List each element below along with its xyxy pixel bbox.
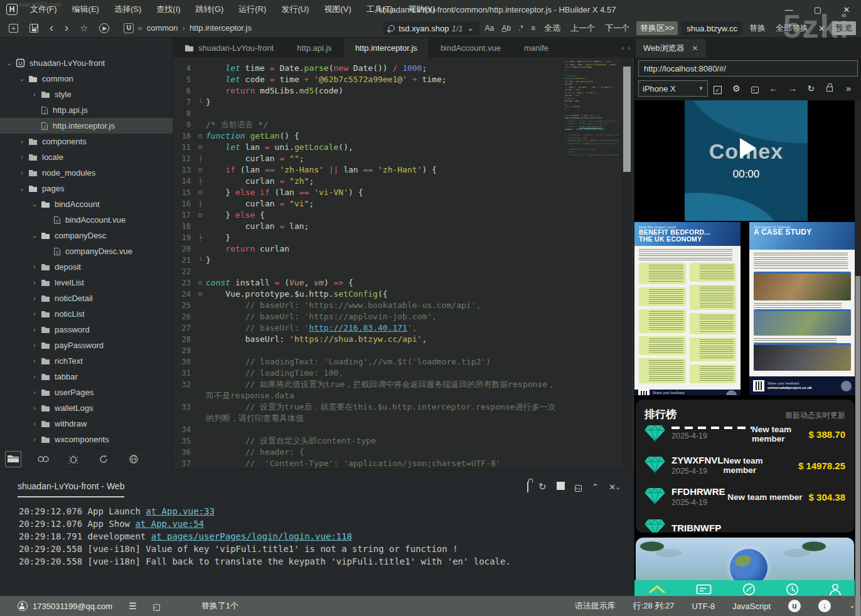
code-editor[interactable]: 4 let time = Date.parse(new Date()) / 10… — [173, 58, 565, 469]
console-source-link[interactable]: at App.vue:33 — [146, 506, 215, 516]
tree-item-node_modules[interactable]: ›node_modules — [0, 165, 173, 181]
breadcrumb-collapse-icon[interactable]: « — [137, 23, 142, 33]
editor-tab-bindAccount.vue[interactable]: bindAccount.vue — [429, 38, 513, 58]
network-view-icon[interactable] — [126, 451, 142, 467]
tree-item-payPassword[interactable]: ›payPassword — [0, 337, 173, 353]
browser-back-icon[interactable]: ← — [764, 83, 783, 93]
find-history-dropdown-icon[interactable]: ⌄ — [466, 24, 476, 33]
chevron-right-icon[interactable]: › — [30, 326, 39, 333]
fold-icon[interactable]: ⊟ — [195, 289, 206, 300]
poster-case-study[interactable]: Our impact in Orlando A CASE STUDY Share — [749, 222, 855, 395]
browser-tab-close-icon[interactable]: ✕ — [692, 44, 698, 53]
editor-tab-http.interceptor.js[interactable]: http.interceptor.js — [344, 38, 429, 58]
encoding[interactable]: UTF-8 — [692, 602, 715, 611]
tree-item-richText[interactable]: ›richText — [0, 353, 173, 369]
outline-list-icon[interactable]: ☰ — [129, 601, 137, 611]
editor-tab-manife[interactable]: manife — [513, 38, 560, 58]
play-icon[interactable] — [740, 138, 756, 158]
url-text[interactable]: http://localhost:8080/#/ — [644, 64, 726, 73]
chevron-down-icon[interactable]: ⌄ — [30, 201, 39, 208]
bookmark-star-button[interactable]: ☆ — [80, 23, 88, 34]
preview-button[interactable]: 预览 — [832, 21, 856, 35]
browser-scrollbar[interactable] — [855, 100, 861, 596]
tree-item-locale[interactable]: ›locale — [0, 149, 173, 165]
chevron-right-icon[interactable]: › — [30, 389, 39, 396]
menu-goto[interactable]: 跳转(G) — [188, 0, 232, 19]
tree-item-withdraw[interactable]: ›withdraw — [0, 416, 173, 432]
minimize-button[interactable]: — — [774, 0, 803, 19]
cursor-position[interactable]: 行:28 列:27 — [633, 600, 675, 612]
poster-uk-economy[interactable]: How this project could BENEFIT BEDFORD..… — [634, 222, 741, 395]
tree-item-http.interceptor.js[interactable]: Jhttp.interceptor.js — [0, 118, 173, 134]
multiline-button[interactable]: ≡ — [529, 24, 537, 33]
chevron-right-icon[interactable]: › — [30, 263, 39, 270]
restart-icon[interactable]: ↻ — [538, 481, 547, 492]
fold-icon[interactable]: ⊟ — [195, 210, 206, 221]
menu-file[interactable]: 文件(F) — [23, 0, 65, 19]
tree-item-levelList[interactable]: ›levelList — [0, 275, 173, 290]
sync-view-icon[interactable] — [95, 451, 112, 467]
minimap[interactable]: let time = Date.parse(new Date()) / 1000… — [565, 60, 619, 462]
tree-item-userPages[interactable]: ›userPages — [0, 385, 173, 400]
tree-item-walletLogs[interactable]: ›walletLogs — [0, 400, 173, 416]
console-source-link[interactable]: at pages/userPages/login/login.vue:118 — [151, 531, 352, 541]
tab-scroll-right-icon[interactable]: › — [628, 44, 630, 51]
regex-button[interactable]: .* — [516, 24, 525, 33]
tree-item-password[interactable]: ›password — [0, 322, 173, 337]
editor-scrollbar[interactable] — [623, 58, 631, 469]
close-button[interactable]: ✕ — [832, 0, 861, 19]
language-mode[interactable]: JavaScript — [732, 602, 771, 611]
tab-profile-icon[interactable] — [829, 582, 842, 596]
find-close-button[interactable]: ✕ — [815, 24, 828, 33]
tree-item-bindAccount[interactable]: ⌄bindAccount — [0, 196, 173, 212]
run-button[interactable]: ▶ — [99, 23, 109, 33]
console-tab[interactable]: shuadan-LvYou-front - Web — [18, 481, 124, 497]
tree-item-bindAccount.vue[interactable]: VbindAccount.vue — [0, 212, 173, 228]
editor-tab-http.api.js[interactable]: http.api.js — [286, 38, 344, 58]
browser-tab[interactable]: Web浏览器 ✕ — [636, 39, 706, 58]
menu-publish[interactable]: 发行(U) — [274, 0, 316, 19]
match-case-button[interactable]: Aa — [483, 24, 496, 33]
chevron-right-icon[interactable]: › — [30, 91, 39, 98]
chevron-down-icon[interactable]: ⌄ — [5, 60, 14, 66]
chevron-right-icon[interactable]: › — [18, 154, 26, 161]
fold-icon[interactable]: ⊟ — [195, 277, 206, 289]
new-terminal-icon[interactable]: >₊ — [575, 482, 582, 492]
replace-input[interactable]: shua.btzyw.cc — [682, 21, 742, 35]
menu-select[interactable]: 选择(S) — [107, 0, 149, 19]
search-view-icon[interactable] — [35, 451, 51, 467]
tree-item-http.api.js[interactable]: Jhttp.api.js — [0, 102, 173, 118]
settings-gear-icon[interactable]: ⚙ — [727, 83, 746, 93]
replace-button[interactable]: 替换 — [746, 23, 769, 34]
account-icon[interactable] — [18, 601, 28, 611]
download-update-icon[interactable]: ↓ — [818, 600, 831, 612]
uniapp-badge-icon[interactable]: u — [788, 600, 801, 612]
navigate-back-button[interactable]: ‹ — [50, 21, 53, 35]
chevron-down-icon[interactable]: ⌄ — [18, 75, 26, 82]
fold-icon[interactable]: ⊟ — [195, 164, 206, 176]
lock-scroll-icon[interactable] — [527, 482, 528, 492]
tree-item-style[interactable]: ›style — [0, 87, 173, 102]
select-all-button[interactable]: 全选 — [541, 23, 564, 34]
fold-icon[interactable]: ⊟ — [195, 130, 206, 142]
tab-scroll-left-icon[interactable]: ‹ — [622, 44, 624, 51]
browser-scrollbar-thumb[interactable] — [855, 276, 860, 616]
console-source-link[interactable]: at App.vue:54 — [135, 519, 204, 529]
debug-view-icon[interactable] — [65, 451, 82, 467]
video-player[interactable]: Comex 00:00 — [685, 100, 808, 221]
find-next-button[interactable]: 下一个 — [602, 23, 633, 34]
tree-item-wxcomponents[interactable]: ›wxcomponents — [0, 432, 173, 447]
chevron-right-icon[interactable]: › — [30, 342, 39, 349]
menu-edit[interactable]: 编辑(E) — [65, 0, 107, 19]
chevron-right-icon[interactable]: › — [30, 279, 39, 286]
chevron-right-icon[interactable]: › — [30, 420, 39, 427]
replace-all-button[interactable]: 全部替换 — [773, 23, 811, 34]
tab-orders-icon[interactable] — [696, 582, 712, 596]
breadcrumb-folder[interactable]: common — [147, 23, 178, 33]
replace-zone-button[interactable]: 替换区>> — [636, 21, 678, 35]
url-bar[interactable]: http://localhost:8080/#/ — [638, 60, 858, 77]
find-query[interactable]: tsd.xyan.shop — [398, 24, 449, 33]
tree-item-companyDesc.vue[interactable]: VcompanyDesc.vue — [0, 243, 173, 259]
browser-forward-icon[interactable]: → — [783, 83, 802, 93]
explorer-view-icon[interactable] — [5, 451, 21, 467]
